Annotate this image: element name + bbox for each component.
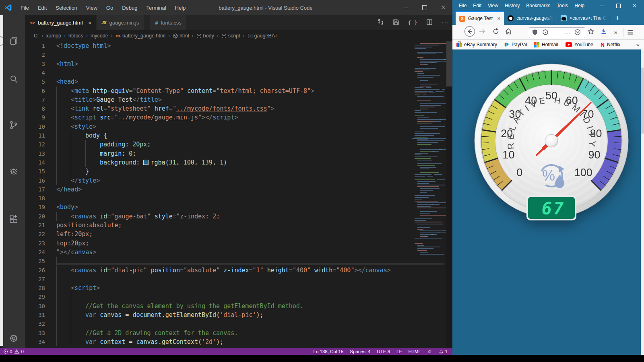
bookmark-hotmail[interactable]: Hotmail	[534, 42, 558, 47]
editor-horizontal-scrollbar[interactable]	[56, 263, 444, 265]
forward-button[interactable]	[479, 28, 486, 36]
activity-settings-gear-icon[interactable]	[8, 333, 20, 344]
save-icon[interactable]	[393, 19, 399, 27]
vscode-minimize-button[interactable]	[397, 0, 415, 15]
browser-tab-1[interactable]: XGauge Test×	[456, 11, 504, 25]
ff-menu-view[interactable]: View	[485, 2, 502, 10]
problems-warnings[interactable]: 0	[14, 349, 23, 354]
menu-file[interactable]: File	[17, 3, 33, 12]
ff-menu-file[interactable]: File	[456, 2, 470, 10]
menu-go[interactable]: Go	[103, 3, 117, 12]
indent-guide	[56, 275, 57, 284]
hamburger-menu-icon[interactable]	[628, 30, 633, 35]
minimap-line	[417, 117, 425, 118]
download-icon[interactable]	[601, 28, 607, 36]
home-button[interactable]	[505, 28, 512, 36]
editor-scrollbar-thumb[interactable]	[446, 41, 452, 86]
menu-terminal[interactable]: Terminal	[142, 3, 169, 12]
breadcrumb-item-C:[interactable]: C:	[34, 33, 39, 39]
line-number: 8	[25, 104, 45, 113]
status-language-mode[interactable]: HTML	[409, 349, 421, 354]
minimap-line	[417, 202, 439, 203]
menu-debug[interactable]: Debug	[118, 3, 141, 12]
minimap-line	[420, 172, 439, 173]
tab-close-icon[interactable]: ×	[88, 19, 92, 26]
editor-tab-gauge.min.js[interactable]: JSgauge.min.js	[97, 15, 144, 30]
activity-debug-icon[interactable]	[8, 166, 20, 177]
tab-close-icon[interactable]: ×	[497, 15, 500, 22]
more-actions-icon[interactable]: ···	[442, 19, 449, 27]
bookmark-ebay-summary[interactable]: eBay Summary	[456, 42, 497, 47]
browser-tab-3[interactable]: <canvas>: The Gra	[557, 11, 610, 25]
menu-view[interactable]: View	[83, 3, 101, 12]
reload-icon[interactable]	[493, 28, 499, 36]
toolbar-overflow-icon[interactable]: »	[614, 29, 617, 35]
indent-guide	[85, 140, 86, 149]
firefox-bookmarks-bar: eBay SummaryPPPayPalHotmailYouTubeNNetfl…	[452, 40, 644, 49]
status-cursor-position[interactable]: Ln 138, Col 15	[314, 349, 344, 354]
minimap-line	[415, 174, 431, 175]
indent-guide	[56, 329, 57, 337]
pocket-icon[interactable]	[575, 29, 581, 37]
tracking-shield-icon[interactable]	[533, 29, 538, 37]
menu-help[interactable]: Help	[171, 3, 190, 12]
status-eol[interactable]: LF	[396, 349, 402, 354]
activity-search-icon[interactable]	[8, 74, 20, 85]
breadcrumb-item-battery_gauge.html[interactable]: <>battery_gauge.html	[116, 33, 165, 39]
editor-scrollbar[interactable]	[446, 41, 452, 348]
menu-selection[interactable]: Selection	[52, 3, 80, 12]
back-button[interactable]	[464, 26, 475, 39]
indent-guide	[85, 158, 86, 167]
minimap-line	[415, 197, 429, 198]
activity-extensions-icon[interactable]	[8, 214, 20, 225]
menu-edit[interactable]: Edit	[34, 3, 50, 12]
breadcrumb-item-htdocs[interactable]: htdocs	[68, 33, 83, 39]
site-info-icon[interactable]	[543, 29, 548, 37]
split-editor-icon[interactable]	[426, 19, 433, 27]
breadcrumb-item-xampp[interactable]: xampp	[46, 33, 62, 39]
firefox-close-button[interactable]	[626, 0, 642, 11]
ff-menu-help[interactable]: Help	[571, 2, 588, 10]
ff-menu-edit[interactable]: Edit	[470, 2, 485, 10]
breadcrumb-item-body[interactable]: body	[196, 33, 214, 39]
ff-menu-bookmarks[interactable]: Bookmarks	[523, 2, 553, 10]
minimap[interactable]	[415, 43, 446, 284]
curly-braces-icon[interactable]: { }	[408, 20, 417, 26]
editor-tab-battery_gauge.html[interactable]: <>battery_gauge.html×	[25, 15, 97, 30]
breadcrumb-item-html[interactable]: html	[173, 33, 189, 39]
editor-tab-fonts.css[interactable]: #fonts.css	[150, 15, 187, 30]
ff-menu-history[interactable]: History	[502, 2, 523, 10]
minimap-line	[415, 91, 433, 92]
activity-source-control-icon[interactable]	[8, 120, 20, 131]
page-scrollbar[interactable]	[641, 49, 644, 355]
status-indentation[interactable]: Spaces: 4	[350, 349, 370, 354]
ff-menu-tools[interactable]: Tools	[553, 2, 571, 10]
bookmark-netflix[interactable]: NNetflix	[601, 41, 620, 48]
breadcrumb-item-mycode[interactable]: mycode	[91, 33, 108, 39]
page-actions-icon[interactable]: ···	[565, 30, 571, 36]
notifications-bell[interactable]: 1	[439, 349, 448, 354]
breadcrumb-separator: ›	[192, 33, 194, 39]
bookmark-paypal[interactable]: PPPayPal	[504, 42, 527, 47]
breadcrumb-label: body	[203, 33, 214, 39]
breadcrumb-item-script[interactable]: script	[221, 33, 240, 39]
bookmark-youtube[interactable]: YouTube	[566, 42, 593, 47]
firefox-maximize-button[interactable]	[610, 0, 626, 11]
breadcrumb-item-gaugeBAT[interactable]: gaugeBAT	[248, 33, 278, 39]
minimap-line	[415, 115, 424, 116]
problems-errors[interactable]: 0	[3, 349, 12, 354]
vscode-maximize-button[interactable]	[415, 0, 434, 15]
browser-tab-2[interactable]: canvas-gauges/iss	[504, 11, 557, 25]
open-changes-icon[interactable]	[378, 19, 384, 27]
new-tab-button[interactable]: +	[610, 11, 624, 25]
vscode-close-button[interactable]	[434, 0, 452, 15]
bookmarks-overflow-icon[interactable]: »	[636, 42, 644, 48]
bookmark-star-icon[interactable]	[588, 28, 594, 36]
firefox-minimize-button[interactable]	[594, 0, 610, 11]
status-encoding[interactable]: UTF-8	[377, 349, 390, 354]
code-editor[interactable]: 1234567891011121314151617181920212223242…	[25, 41, 452, 348]
page-scrollbar-thumb[interactable]	[641, 68, 644, 134]
activity-explorer-icon[interactable]	[8, 36, 20, 47]
address-bar[interactable]: ···	[529, 27, 585, 38]
feedback-smiley-icon[interactable]: ☺	[427, 349, 432, 354]
